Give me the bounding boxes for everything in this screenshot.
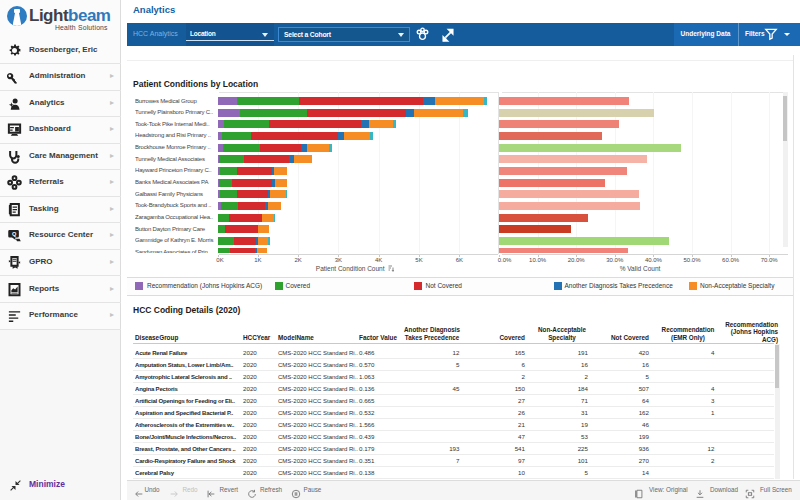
svg-text:Q: Q: [12, 231, 17, 237]
